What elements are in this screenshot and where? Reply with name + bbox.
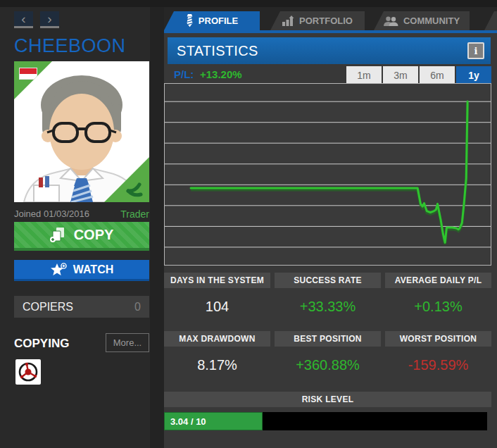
copiers-label: COPIERS bbox=[23, 301, 73, 313]
tab-portfolio[interactable]: PORTFOLIO bbox=[270, 11, 365, 30]
copy-pages-icon bbox=[50, 228, 67, 243]
pl-line-chart[interactable] bbox=[164, 83, 491, 266]
stat-header-best-position: BEST POSITION bbox=[275, 331, 381, 347]
tab-profile-label: PROFILE bbox=[199, 15, 238, 26]
stat-value-avg-daily-pl: +0.13% bbox=[385, 294, 491, 318]
nav-previous-button[interactable]: ‹ bbox=[14, 11, 33, 28]
sidebar: ‹ › CHEEBOON bbox=[0, 7, 150, 448]
copy-button-label: COPY bbox=[74, 227, 114, 243]
stat-value-max-drawdown: 8.17% bbox=[164, 353, 270, 377]
stat-header-max-drawdown: MAX DRAWDOWN bbox=[164, 331, 270, 347]
stat-value-best-position: +360.88% bbox=[275, 353, 381, 377]
statistics-header: STATISTICS i bbox=[168, 37, 491, 64]
chevron-right-icon: › bbox=[47, 11, 51, 26]
main-panel: PROFILE PORTFOLIO COMMUNITY STATISTI bbox=[164, 11, 497, 448]
pl-row: P/L: +13.20% 1m 3m 6m 1y bbox=[164, 66, 491, 84]
sidebar-divider bbox=[150, 7, 164, 448]
tab-profile[interactable]: PROFILE bbox=[164, 11, 260, 30]
stat-header-worst-position: WORST POSITION bbox=[385, 331, 491, 347]
tab-portfolio-label: PORTFOLIO bbox=[299, 15, 353, 26]
watch-button-label: WATCH bbox=[73, 263, 113, 276]
pl-chart-svg bbox=[165, 84, 491, 265]
tab-community-label: COMMUNITY bbox=[403, 15, 460, 26]
stat-header-avg-daily-pl: AVERAGE DAILY P/L bbox=[385, 273, 491, 288]
copiers-bar: COPIERS 0 bbox=[14, 296, 149, 318]
pl-label: P/L: bbox=[174, 68, 194, 80]
top-strip bbox=[0, 0, 497, 7]
trader-username: CHEEBOON bbox=[14, 35, 155, 57]
stat-header-days: DAYS IN THE SYSTEM bbox=[164, 273, 270, 288]
tab-partial-next[interactable] bbox=[484, 11, 497, 30]
copy-button[interactable]: COPY bbox=[14, 222, 149, 251]
copied-instrument-icon[interactable] bbox=[15, 359, 41, 385]
avatar bbox=[14, 61, 149, 202]
copying-more-button[interactable]: More... bbox=[106, 333, 149, 352]
range-1m-button[interactable]: 1m bbox=[346, 66, 382, 84]
stat-value-worst-position: -159.59% bbox=[385, 353, 491, 377]
tie-icon bbox=[186, 14, 194, 27]
stat-value-success-rate: +33.33% bbox=[275, 294, 381, 318]
people-icon bbox=[384, 16, 398, 26]
range-3m-button[interactable]: 3m bbox=[383, 66, 418, 84]
risk-bar-fill: 3.04 / 10 bbox=[164, 412, 263, 430]
wheel-logo-icon bbox=[15, 359, 41, 385]
pl-value: +13.20% bbox=[200, 68, 242, 80]
nav-next-button[interactable]: › bbox=[40, 11, 59, 28]
active-tab-underline bbox=[164, 30, 497, 33]
range-6m-button[interactable]: 6m bbox=[420, 66, 455, 84]
watch-star-icon bbox=[50, 263, 67, 277]
info-icon[interactable]: i bbox=[467, 42, 484, 59]
chevron-left-icon: ‹ bbox=[21, 11, 25, 26]
singapore-flag-icon bbox=[19, 68, 37, 80]
risk-level-value: 3.04 / 10 bbox=[170, 416, 206, 427]
tab-community[interactable]: COMMUNITY bbox=[374, 11, 470, 30]
watch-button[interactable]: WATCH bbox=[14, 260, 149, 281]
bar-chart-icon bbox=[282, 15, 294, 26]
trader-profile-window: ‹ › CHEEBOON bbox=[0, 0, 497, 448]
risk-level-header: RISK LEVEL bbox=[164, 392, 491, 407]
range-1y-button[interactable]: 1y bbox=[456, 66, 491, 84]
stat-value-days: 104 bbox=[164, 294, 270, 318]
time-range-group: 1m 3m 6m 1y bbox=[346, 66, 491, 84]
statistics-title: STATISTICS bbox=[177, 43, 258, 59]
stat-header-success-rate: SUCCESS RATE bbox=[275, 273, 381, 288]
copiers-count: 0 bbox=[134, 301, 141, 313]
copying-label: COPYING bbox=[14, 337, 69, 351]
risk-level-track: 3.04 / 10 bbox=[164, 412, 487, 430]
trader-badge: Trader bbox=[14, 209, 149, 220]
